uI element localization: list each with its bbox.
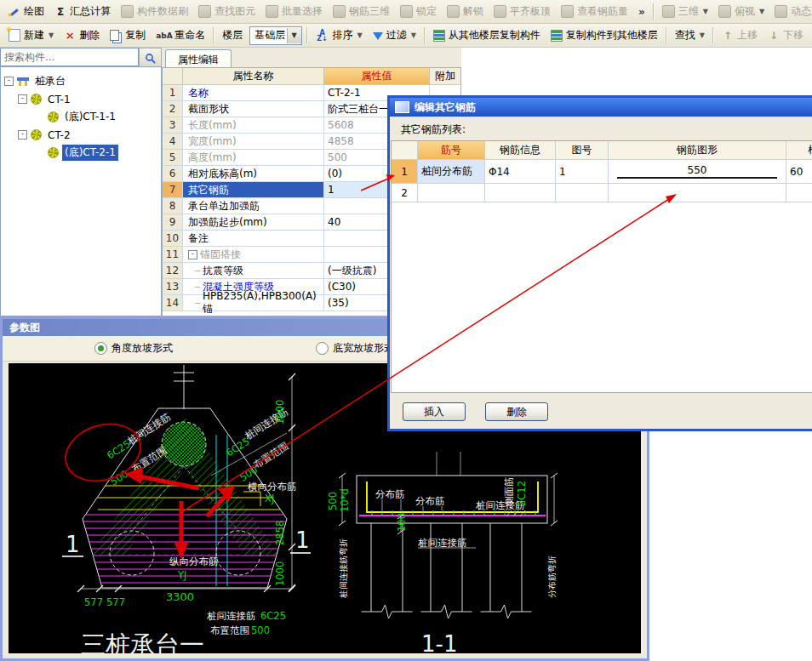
tree-item-ct1[interactable]: -CT-1 xyxy=(3,90,159,108)
toolbar-top-view-button[interactable]: 俯视▼ xyxy=(713,3,769,20)
count-cell[interactable]: 60 xyxy=(786,160,812,183)
find-button[interactable]: 查找 ▼ xyxy=(670,26,710,44)
separator xyxy=(306,27,308,43)
toolbar-brush-button[interactable]: 构件数据刷 xyxy=(116,3,193,20)
radio-angle-slope[interactable]: 角度放坡形式 xyxy=(94,341,173,356)
row-number: 1 xyxy=(163,85,183,100)
toolbar-overflow-chevron[interactable]: » xyxy=(633,6,650,18)
header-count: 根数 xyxy=(786,141,812,159)
header-attr-name: 属性名称 xyxy=(183,68,324,84)
property-name-text: 长度(mm) xyxy=(188,118,237,133)
count-cell[interactable] xyxy=(786,184,812,202)
property-value-text: 4858 xyxy=(328,135,354,147)
rebar-table-row[interactable]: 1桩间分布筋Φ14155060 xyxy=(392,160,812,184)
toolbar-view-3d-button[interactable]: 三维▼ xyxy=(657,3,713,20)
copy-icon xyxy=(110,30,119,41)
rebar-table-row[interactable]: 2 xyxy=(392,184,812,202)
dialog-title: 编辑其它钢筋 xyxy=(415,100,476,115)
row-number: 14 xyxy=(163,295,183,311)
move-down-label: 下移 xyxy=(783,28,803,43)
property-name: 宽度(mm) xyxy=(183,134,324,149)
tree-item-ct2[interactable]: -CT-2 xyxy=(3,126,159,144)
property-name-text: 其它钢筋 xyxy=(188,183,229,197)
find-element-icon xyxy=(198,5,211,18)
toolbar-align-slab-button[interactable]: 平齐板顶 xyxy=(489,3,556,20)
property-name-text: 宽度(mm) xyxy=(188,134,237,149)
floor-select[interactable]: 基础层 ▼ xyxy=(249,26,301,45)
toolbar-sigma-button[interactable]: Σ汇总计算 xyxy=(49,3,116,20)
property-name: -锚固搭接 xyxy=(183,247,324,262)
brush-icon xyxy=(121,5,134,18)
tree-item-label: CT-1 xyxy=(45,93,73,106)
expander-icon[interactable]: - xyxy=(18,130,27,140)
toolbar-find-element-button[interactable]: 查找图元 xyxy=(193,3,260,20)
chevron-down-icon[interactable]: ▼ xyxy=(287,28,301,43)
chart-no-cell[interactable] xyxy=(556,184,609,202)
delete-button[interactable]: × 删除 xyxy=(59,26,105,44)
cad-label: 1 xyxy=(66,532,80,557)
copy-to-floor-button[interactable]: 复制构件到其他楼层 xyxy=(546,26,663,44)
radio-angle-slope-label: 角度放坡形式 xyxy=(112,341,173,356)
delete-icon: × xyxy=(64,30,76,42)
cad-label: 500 xyxy=(251,624,270,636)
property-name: 长度(mm) xyxy=(183,117,324,133)
align-slab-icon xyxy=(494,5,506,18)
radio-bottom-width-slope[interactable]: 底宽放坡形式 xyxy=(316,341,394,356)
rebar-info-cell[interactable]: Φ14 xyxy=(485,160,556,183)
move-down-button[interactable]: ↓ 下移 xyxy=(763,26,809,44)
toolbar-view-rebar-button[interactable]: 查看钢筋量 xyxy=(556,3,633,20)
rebar-info-cell[interactable] xyxy=(485,184,556,202)
move-up-button[interactable]: ↑ 上移 xyxy=(717,26,763,44)
expander-icon[interactable]: - xyxy=(188,250,197,259)
toolbar-item-label: 钢筋三维 xyxy=(349,4,390,19)
delete-row-button[interactable]: 删除 xyxy=(485,402,548,421)
component-gear-icon xyxy=(48,147,59,158)
toolbar-item-label: 锁定 xyxy=(416,4,437,19)
component-sideb ar: -桩承台-CT-1(底)CT-1-1-CT-2(底)CT-2-1 xyxy=(0,48,162,316)
new-button[interactable]: 新建 ▼ xyxy=(3,26,59,44)
filter-button[interactable]: 过滤 ▼ xyxy=(368,26,421,44)
insert-button[interactable]: 插入 xyxy=(403,402,466,421)
expander-icon[interactable]: - xyxy=(18,94,27,104)
sort-label: 排序 xyxy=(333,28,353,43)
tree-root-pile-cap[interactable]: -桩承台 xyxy=(3,72,159,90)
toolbar-unlock-button[interactable]: 解锁 xyxy=(442,3,489,20)
rebar-shape-cell[interactable] xyxy=(609,184,786,202)
rebar-shape-cell[interactable]: 550 xyxy=(609,160,786,183)
cad-label: XJ xyxy=(265,493,274,504)
toolbar-orbit-button[interactable]: 动态观察 xyxy=(769,3,812,20)
edit-toolbar: 新建 ▼ × 删除 复制 abA 重命名 楼层 基础层 ▼ AZ↓ 排序 ▼ 过… xyxy=(0,24,812,48)
toolbar-rebar-3d-button[interactable]: 钢筋三维 xyxy=(328,3,395,20)
toolbar-item-label: 动态观察 xyxy=(791,4,812,19)
header-rebar-info: 钢筋信息 xyxy=(485,141,556,159)
cad-label: 100 xyxy=(396,513,408,532)
property-name-text: 备注 xyxy=(188,231,209,246)
tree-item-label: CT-2 xyxy=(45,128,73,142)
expander-icon[interactable]: - xyxy=(4,77,14,86)
property-value-text: CT-2-1 xyxy=(328,87,361,99)
copy-from-floor-button[interactable]: 从其他楼层复制构件 xyxy=(428,26,546,44)
toolbar-draw-button[interactable]: 绘图 xyxy=(3,3,49,20)
sort-button[interactable]: AZ↓ 排序 ▼ xyxy=(311,26,368,44)
toolbar-batch-select-button[interactable]: 批量选择 xyxy=(260,3,328,20)
copy-button[interactable]: 复制 xyxy=(105,26,151,44)
tree-item-ct1-1[interactable]: (底)CT-1-1 xyxy=(3,108,159,126)
search-input[interactable] xyxy=(0,48,139,66)
row-number: 2 xyxy=(392,184,418,202)
tree-item-ct2-1[interactable]: (底)CT-2-1 xyxy=(3,144,159,162)
toolbar-item-label: 解锁 xyxy=(463,4,483,19)
rename-button[interactable]: abA 重命名 xyxy=(151,26,210,44)
rebar-no-cell[interactable]: 桩间分布筋 xyxy=(418,160,485,183)
chart-no-cell[interactable]: 1 xyxy=(556,160,609,183)
radio-checked-icon xyxy=(94,342,107,355)
row-number: 4 xyxy=(163,134,183,149)
property-name: 承台单边加强筋 xyxy=(183,198,324,214)
toolbar-lock-button[interactable]: 锁定 xyxy=(395,3,442,20)
header-row-number xyxy=(163,68,183,84)
dialog-titlebar[interactable]: 编辑其它钢筋 xyxy=(390,98,812,117)
property-name-text: 锚固搭接 xyxy=(200,248,241,262)
search-button[interactable] xyxy=(139,48,162,68)
rebar-no-cell[interactable] xyxy=(418,184,485,202)
toolbar-item-label: 平齐板顶 xyxy=(510,4,551,19)
cad-label: 桩间连接筋弯折 xyxy=(339,538,348,599)
